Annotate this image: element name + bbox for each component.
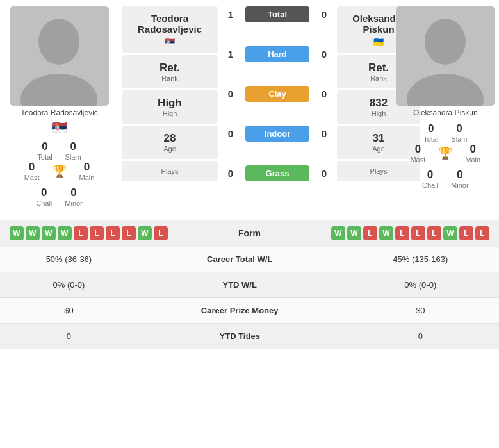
player2-form-badge: W [379, 226, 393, 240]
p1-total-score: 1 [221, 9, 240, 20]
stats-row: $0 Career Prize Money $0 [0, 298, 499, 324]
grass-surface-label: Grass [245, 165, 309, 181]
stat-left-0: 50% (36-36) [0, 247, 138, 272]
player2-mast-label: Mast [410, 156, 425, 163]
stat-center-1: YTD W/L [138, 272, 342, 298]
stats-row: 50% (36-36) Career Total W/L 45% (135-16… [0, 247, 499, 272]
player1-form-badge: L [106, 226, 120, 240]
player1-rank-val: Ret. [128, 62, 211, 74]
stat-right-2: $0 [342, 298, 499, 324]
player1-trophy-icon: 🏆 [53, 164, 67, 178]
player2-minor: 0 [451, 169, 469, 181]
stat-left-1: 0% (0-0) [0, 272, 138, 298]
player1-plays-lbl: Plays [128, 167, 211, 175]
player1-slam: 0 [65, 140, 81, 153]
player1-flag: 🇷🇸 [51, 120, 67, 135]
player2-form-badge: W [347, 226, 361, 240]
player2-photo [396, 6, 495, 106]
player1-mast-label: Mast [24, 174, 40, 181]
player2-slam: 0 [451, 122, 467, 135]
form-section: WWWWLLLLWL Form WWLWLLLWLL [0, 220, 499, 247]
player2-form-badge: L [459, 226, 473, 240]
p1-hard-score: 1 [221, 49, 240, 60]
player1-rank-box: Ret. Rank [122, 55, 218, 88]
stat-right-0: 45% (135-163) [342, 247, 499, 272]
player2-minor-label: Minor [451, 181, 469, 189]
player2-panel: Oleksandra Piskun 0 Total 0 Slam 0 Mast … [386, 0, 499, 195]
player2-form-badge: W [331, 226, 345, 240]
p1-clay-score: 0 [221, 88, 240, 99]
player1-form-badge: L [122, 226, 136, 240]
player1-panel: Teodora Radosavljevic 🇷🇸 0 Total 0 Slam … [0, 0, 119, 213]
p1-indoor-score: 0 [221, 128, 240, 139]
p2-indoor-score: 0 [315, 128, 334, 139]
player1-info-boxes: TeodoraRadosavljevic 🇷🇸 Ret. Rank High H… [122, 6, 218, 181]
player2-chall: 0 [422, 169, 438, 181]
form-label: Form [211, 228, 288, 238]
player1-chall: 0 [36, 187, 52, 199]
player1-mast: 0 [24, 161, 40, 174]
player1-form-badge: W [42, 226, 56, 240]
player2-award-row: 0 Mast 🏆 0 Main [410, 143, 480, 163]
main-container: Teodora Radosavljevic 🇷🇸 0 Total 0 Slam … [0, 0, 499, 349]
p2-grass-score: 0 [315, 168, 334, 179]
total-surface-label: Total [245, 6, 309, 22]
player2-total: 0 [423, 122, 438, 135]
player1-bottom-stats: 0 Chall 0 Minor [36, 187, 83, 207]
player2-main: 0 [465, 143, 480, 156]
stat-center-2: Career Prize Money [138, 298, 342, 324]
surfaces-comparison: 1 Total 0 1 Hard 0 0 Clay 0 0 Indoor [221, 6, 334, 181]
player1-form-badge: L [74, 226, 88, 240]
svg-point-1 [38, 19, 79, 65]
player1-form-badge: W [10, 226, 24, 240]
player1-form-badge: W [26, 226, 40, 240]
player2-form-badge: W [443, 226, 457, 240]
p2-clay-score: 0 [315, 88, 334, 99]
total-row: 1 Total 0 [221, 6, 334, 22]
player2-bottom-stats: 0 Chall 0 Minor [422, 169, 469, 189]
player2-form-badge: L [411, 226, 425, 240]
player1-flag-center: 🇷🇸 [128, 37, 211, 47]
player1-name-box: TeodoraRadosavljevic 🇷🇸 [122, 6, 218, 53]
player2-form-badge: L [475, 226, 489, 240]
player2-main-label: Main [465, 156, 480, 163]
player1-plays-box: Plays [122, 161, 218, 181]
player1-chall-label: Chall [36, 199, 52, 207]
player1-high-lbl: High [128, 110, 211, 117]
stat-center-0: Career Total W/L [138, 247, 342, 272]
stat-right-3: 0 [342, 324, 499, 349]
svg-point-4 [425, 19, 466, 65]
player2-mast: 0 [410, 143, 425, 156]
clay-surface-label: Clay [245, 86, 309, 102]
player1-minor-label: Minor [65, 199, 83, 207]
hard-row: 1 Hard 0 [221, 46, 334, 62]
p2-total-score: 0 [315, 9, 334, 20]
player1-main: 0 [79, 161, 95, 174]
player1-total-label: Total [37, 153, 52, 161]
player1-photo [10, 6, 109, 106]
player1-form-badge: W [138, 226, 152, 240]
player1-minor: 0 [65, 187, 83, 199]
grass-row: 0 Grass 0 [221, 165, 334, 181]
player1-form-badge: L [90, 226, 104, 240]
player1-age-lbl: Age [128, 145, 211, 153]
player1-full-name: TeodoraRadosavljevic [128, 13, 211, 35]
player1-main-label: Main [79, 174, 95, 181]
stats-row: 0 YTD Titles 0 [0, 324, 499, 349]
player2-form-badge: L [395, 226, 409, 240]
hard-surface-label: Hard [245, 46, 309, 62]
player1-total: 0 [37, 140, 52, 153]
player1-age-val: 28 [128, 132, 211, 145]
player1-age-box: 28 Age [122, 126, 218, 159]
stats-row: 0% (0-0) YTD W/L 0% (0-0) [0, 272, 499, 298]
indoor-row: 0 Indoor 0 [221, 126, 334, 142]
player1-form-badge: W [58, 226, 72, 240]
player1-rank-lbl: Rank [128, 74, 211, 82]
player2-chall-label: Chall [422, 181, 438, 189]
player2-form-badge: L [363, 226, 377, 240]
player2-name: Oleksandra Piskun [413, 108, 478, 117]
player1-main-stats: 0 Total 0 Slam [37, 140, 81, 161]
stat-left-2: $0 [0, 298, 138, 324]
career-stats-table: 50% (36-36) Career Total W/L 45% (135-16… [0, 247, 499, 349]
clay-row: 0 Clay 0 [221, 86, 334, 102]
